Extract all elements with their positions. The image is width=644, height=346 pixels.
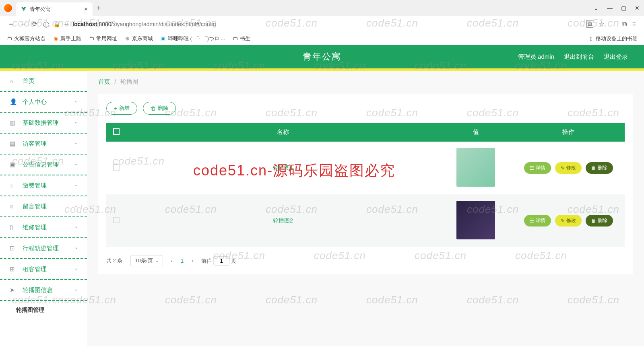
trash-icon: 🗑 xyxy=(151,105,156,111)
bookmark-item[interactable]: 🗀常用网址 xyxy=(89,35,117,42)
firefox-logo-icon xyxy=(4,4,12,12)
bookmark-star-icon[interactable]: ☆ xyxy=(599,20,605,28)
col-value: 值 xyxy=(440,123,512,142)
url-text: localhost:8080/xiyanghong/admin/dist/ind… xyxy=(72,21,216,27)
prev-page-icon[interactable]: ‹ xyxy=(171,258,173,264)
tab-close-icon[interactable]: × xyxy=(84,6,88,13)
doc-icon: ☰ xyxy=(530,165,534,171)
back-icon[interactable]: ← xyxy=(8,21,14,28)
extensions-icon[interactable]: ⧉ xyxy=(622,21,627,28)
edit-icon: ✎ xyxy=(561,165,565,171)
cell-name: 轮播图1 xyxy=(126,142,440,194)
caret-down-icon[interactable]: ⌄ xyxy=(593,5,599,11)
sidebar-item-basedata[interactable]: ▥基础数据管理› xyxy=(0,113,87,134)
edit-button[interactable]: ✎修改 xyxy=(555,215,582,227)
permission-icon: ⊸ xyxy=(64,21,68,27)
sidebar-item-profile[interactable]: 👤个人中心› xyxy=(0,92,87,113)
forward-icon[interactable]: → xyxy=(20,21,27,28)
chevron-down-icon: ⌄ xyxy=(155,259,159,263)
bookmarks-bar: 🗀火狐官方站点 ◉新手上路 🗀常用网址 ⊕京东商城 ▣哔哩哔哩 ( ゜- ゜)つ… xyxy=(0,32,644,45)
chevron-down-icon: › xyxy=(74,206,79,207)
window-controls: ⌄ — ▢ ✕ xyxy=(593,5,640,11)
mobile-icon: ▯ xyxy=(588,36,594,41)
bookmark-item[interactable]: 🗀火狐官方站点 xyxy=(6,35,45,42)
lock-icon[interactable]: 🔒 xyxy=(54,21,60,27)
data-icon: ▥ xyxy=(10,119,17,126)
chevron-down-icon: › xyxy=(74,268,79,270)
chevron-down-icon: › xyxy=(74,185,79,186)
notice-icon: ▣ xyxy=(10,161,17,168)
sidebar: ⌂首页 👤个人中心› ▥基础数据管理› ▤访客管理› ▣公告信息管理› ≡缴费管… xyxy=(0,71,87,346)
admin-label[interactable]: 管理员 admin xyxy=(518,53,554,61)
browser-nav-bar: ← → ⟳ ◯ 🔒 ⊸ localhost:8080/xiyanghong/ad… xyxy=(0,16,644,32)
sidebar-sub-carousel-manage[interactable]: 轮播图管理 xyxy=(0,301,87,319)
bookmark-item[interactable]: ▣哔哩哔哩 ( ゜- ゜)つロ ... xyxy=(160,35,225,42)
bookmark-item[interactable]: ⊕京东商城 xyxy=(124,35,153,42)
sidebar-item-home[interactable]: ⌂首页 xyxy=(0,71,87,92)
trash-icon: 🗑 xyxy=(591,218,596,224)
chevron-down-icon: › xyxy=(74,143,79,144)
breadcrumb-home[interactable]: 首页 xyxy=(98,78,110,85)
row-checkbox[interactable] xyxy=(113,164,120,171)
sidebar-item-visitor[interactable]: ▤访客管理› xyxy=(0,134,87,154)
bilibili-icon: ▣ xyxy=(160,36,166,41)
row-delete-button[interactable]: 🗑删除 xyxy=(586,162,613,174)
shield-icon[interactable]: ◯ xyxy=(43,21,50,27)
row-delete-button[interactable]: 🗑删除 xyxy=(586,215,613,227)
close-window-icon[interactable]: ✕ xyxy=(634,5,640,11)
thumbnail-image[interactable] xyxy=(456,201,495,239)
sidebar-item-message[interactable]: ≡留言管理› xyxy=(0,196,87,217)
track-icon: ⊡ xyxy=(10,245,17,252)
row-checkbox[interactable] xyxy=(113,217,120,223)
sidebar-item-notice[interactable]: ▣公告信息管理› xyxy=(0,154,87,175)
bookmark-item[interactable]: ◉新手上路 xyxy=(53,35,81,42)
chevron-down-icon: › xyxy=(74,164,79,165)
delete-button[interactable]: 🗑删除 xyxy=(143,102,176,115)
url-bar[interactable]: ◯ 🔒 ⊸ localhost:8080/xiyanghong/admin/di… xyxy=(43,21,581,27)
bookmark-item[interactable]: 🗀书生 xyxy=(232,35,250,42)
detail-button[interactable]: ☰详情 xyxy=(524,215,551,227)
page-number[interactable]: 1 xyxy=(181,258,184,264)
select-all-checkbox[interactable] xyxy=(113,128,120,135)
sidebar-item-repair[interactable]: ▯维修管理› xyxy=(0,217,87,238)
cell-name: 轮播图2 xyxy=(126,194,440,247)
folder-icon: 🗀 xyxy=(6,36,12,41)
sidebar-item-track[interactable]: ⊡行程轨迹管理› xyxy=(0,238,87,259)
jd-icon: ⊕ xyxy=(124,36,130,41)
edit-button[interactable]: ✎修改 xyxy=(555,162,582,174)
goto-page-input[interactable] xyxy=(213,256,229,266)
table-row: 轮播图2 ☰详情 ✎修改 🗑删除 xyxy=(106,194,625,247)
detail-button[interactable]: ☰详情 xyxy=(524,162,551,174)
page-size-select[interactable]: 10条/页⌄ xyxy=(130,255,163,266)
browser-tab[interactable]: 青年公寓 × xyxy=(16,2,93,16)
exit-front-link[interactable]: 退出到前台 xyxy=(564,53,594,61)
breadcrumb-current: 轮播图 xyxy=(120,78,138,85)
content-panel: +新增 🗑删除 名称 值 操作 轮播图1 xyxy=(98,94,633,274)
sidebar-item-tenant[interactable]: ⊞租客管理› xyxy=(0,259,87,280)
sidebar-item-payment[interactable]: ≡缴费管理› xyxy=(0,175,87,196)
chevron-down-icon: › xyxy=(74,247,79,249)
next-page-icon[interactable]: › xyxy=(192,258,193,264)
firefox-icon: ◉ xyxy=(53,36,58,41)
qr-icon[interactable]: ⊞ xyxy=(586,20,593,28)
vue-icon xyxy=(21,6,27,12)
menu-icon[interactable]: ≡ xyxy=(632,21,636,28)
page-total: 共 2 条 xyxy=(106,257,122,264)
browser-tab-strip: 青年公寓 × + ⌄ — ▢ ✕ xyxy=(0,0,644,16)
thumbnail-image[interactable] xyxy=(456,148,495,187)
minimize-icon[interactable]: — xyxy=(607,5,613,11)
send-icon: ➤ xyxy=(10,286,17,294)
maximize-icon[interactable]: ▢ xyxy=(621,5,626,11)
add-button[interactable]: +新增 xyxy=(106,102,137,115)
mobile-bookmarks[interactable]: ▯移动设备上的书签 xyxy=(588,35,638,42)
folder-icon: 🗀 xyxy=(89,36,94,41)
chevron-down-icon: › xyxy=(74,122,79,124)
message-icon: ≡ xyxy=(10,203,17,210)
logout-link[interactable]: 退出登录 xyxy=(604,53,628,61)
sidebar-item-carousel[interactable]: ➤轮播图信息› xyxy=(0,280,87,301)
chevron-down-icon: › xyxy=(74,227,79,228)
new-tab-button[interactable]: + xyxy=(97,4,101,12)
visitor-icon: ▤ xyxy=(10,140,17,147)
reload-icon[interactable]: ⟳ xyxy=(32,20,37,28)
chevron-down-icon: › xyxy=(74,289,79,291)
